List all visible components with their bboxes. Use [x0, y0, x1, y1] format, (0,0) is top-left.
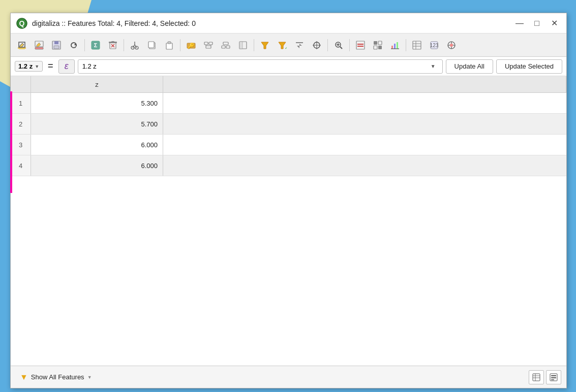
- toolbar: Σ 🔑 ✓: [11, 34, 566, 57]
- cell-empty-4: [163, 155, 566, 176]
- maximize-button[interactable]: □: [530, 16, 544, 30]
- edit-selected-button[interactable]: [31, 37, 47, 53]
- cell-z-2[interactable]: 5.700: [31, 114, 163, 134]
- main-window: Q digitaliza :: Features Total: 4, Filte…: [10, 13, 567, 388]
- column-header-rest: [163, 76, 566, 92]
- cell-z-1[interactable]: 5.300: [31, 93, 163, 113]
- field-calc-button[interactable]: 123: [426, 37, 442, 53]
- cell-empty-1: [163, 93, 566, 113]
- status-bar: ▼ Show All Features ▼: [11, 366, 566, 388]
- svg-rect-49: [357, 44, 363, 45]
- formula-input-container[interactable]: 1.2 z ▼: [78, 59, 443, 74]
- form-mode-button[interactable]: [546, 370, 561, 384]
- minimize-button[interactable]: —: [512, 16, 527, 30]
- show-all-features-label: Show All Features: [31, 373, 84, 381]
- svg-text:✓: ✓: [285, 46, 287, 50]
- svg-rect-76: [551, 375, 556, 376]
- svg-rect-55: [391, 46, 393, 49]
- row-number-3: 3: [11, 135, 31, 155]
- row-number-4: 4: [11, 155, 31, 176]
- equals-sign: =: [46, 61, 55, 72]
- delete-selected-button[interactable]: [105, 37, 121, 53]
- column-header-z[interactable]: z: [31, 76, 163, 92]
- merge-rows-button[interactable]: [200, 37, 217, 53]
- svg-rect-56: [394, 44, 396, 49]
- cell-z-4-value: 6.000: [141, 162, 158, 170]
- save-edits-button[interactable]: [48, 37, 65, 53]
- table-row[interactable]: 1 5.300: [11, 93, 566, 114]
- table-row[interactable]: 3 6.000: [11, 135, 566, 155]
- update-all-button[interactable]: Update All: [446, 59, 493, 74]
- table-view-button[interactable]: [409, 37, 425, 53]
- close-button[interactable]: ✕: [547, 16, 561, 30]
- svg-rect-52: [378, 41, 382, 45]
- type-selector[interactable]: 1.2 z ▼: [15, 61, 43, 72]
- cell-z-4[interactable]: 6.000: [31, 155, 163, 176]
- cell-empty-2: [163, 114, 566, 134]
- table-row[interactable]: 4 6.000: [11, 155, 566, 176]
- table-mode-button[interactable]: [529, 370, 544, 384]
- table-view-icon: [532, 373, 540, 381]
- expression-builder-button[interactable]: ε: [58, 59, 75, 74]
- move-to-top-button[interactable]: [291, 37, 308, 53]
- type-label: 1.2 z: [18, 62, 33, 70]
- reload-button[interactable]: [66, 37, 82, 53]
- epsilon-icon: ε: [65, 61, 69, 72]
- svg-rect-59: [413, 41, 421, 49]
- svg-rect-50: [357, 46, 363, 47]
- svg-marker-37: [261, 42, 268, 49]
- svg-rect-23: [166, 43, 172, 49]
- svg-rect-22: [148, 42, 154, 48]
- svg-rect-28: [209, 42, 213, 45]
- svg-line-45: [340, 47, 342, 49]
- unselect-all-button[interactable]: [352, 37, 369, 53]
- cell-z-3[interactable]: 6.000: [31, 135, 163, 155]
- statistics-button[interactable]: [387, 37, 403, 53]
- svg-rect-8: [54, 46, 59, 49]
- window-controls: — □ ✕: [512, 16, 561, 30]
- split-row-button[interactable]: [218, 37, 234, 53]
- filter-button[interactable]: [257, 37, 273, 53]
- svg-rect-36: [239, 42, 242, 49]
- toggle-col-button[interactable]: [235, 37, 251, 53]
- toggle-editing-button[interactable]: [14, 37, 30, 53]
- formula-bar: 1.2 z ▼ = ε 1.2 z ▼ Update All Update Se…: [11, 57, 566, 76]
- svg-rect-33: [222, 46, 225, 48]
- zoom-to-feature-button[interactable]: [330, 37, 347, 53]
- row-num-text: 3: [19, 141, 22, 149]
- title-bar: Q digitaliza :: Features Total: 4, Filte…: [11, 13, 566, 34]
- svg-rect-24: [168, 42, 171, 44]
- copy-button[interactable]: [144, 37, 160, 53]
- formula-dropdown-button[interactable]: ▼: [428, 60, 438, 73]
- table-row[interactable]: 2 5.700: [11, 114, 566, 135]
- table-header: z: [11, 76, 566, 93]
- conditional-format-button[interactable]: [443, 37, 460, 53]
- svg-rect-71: [533, 374, 540, 381]
- invert-selection-button[interactable]: [370, 37, 386, 53]
- filter-selected-button[interactable]: ✓: [274, 37, 290, 53]
- svg-text:Q: Q: [19, 19, 25, 27]
- cell-empty-3: [163, 135, 566, 155]
- open-field-calc-button[interactable]: Σ: [87, 37, 104, 53]
- update-selected-button[interactable]: Update Selected: [496, 59, 562, 74]
- app-icon: Q: [16, 17, 28, 29]
- show-all-features-button[interactable]: ▼ Show All Features ▼: [16, 371, 96, 384]
- svg-rect-15: [111, 41, 114, 42]
- paste-button[interactable]: [161, 37, 177, 53]
- type-dropdown-arrow: ▼: [35, 64, 39, 69]
- svg-text:Σ: Σ: [94, 42, 98, 48]
- cell-z-3-value: 6.000: [141, 141, 158, 149]
- row-number-header: [11, 76, 31, 92]
- view-mode-buttons: [529, 370, 561, 384]
- new-attribute-button[interactable]: 🔑: [183, 37, 199, 53]
- cut-button[interactable]: [127, 37, 143, 53]
- row-number-2: 2: [11, 114, 31, 134]
- svg-rect-77: [551, 377, 556, 378]
- show-all-features-dropdown-icon: ▼: [87, 375, 92, 380]
- filter-icon: ▼: [20, 373, 28, 382]
- pan-to-feature-button[interactable]: [309, 37, 325, 53]
- window-title: digitaliza :: Features Total: 4, Filtere…: [32, 19, 512, 27]
- svg-rect-53: [374, 46, 377, 49]
- cell-z-1-value: 5.300: [141, 100, 158, 107]
- cell-z-2-value: 5.700: [141, 120, 158, 128]
